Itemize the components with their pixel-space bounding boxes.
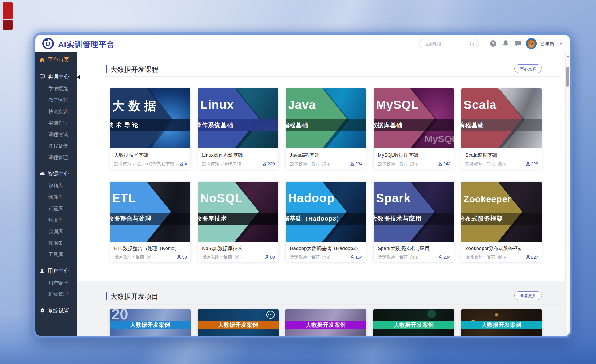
course-card[interactable]: Hadoop 据基础（Hadoop3） Hadoop大数据基础（Hadoop3）… [285, 181, 366, 263]
course-info: Hadoop大数据基础（Hadoop3） 授课教师：售前_演示 154 [286, 242, 366, 263]
thumbnail-subtitle: 数据整合与处理 [110, 213, 190, 225]
person-icon [438, 162, 442, 166]
course-card[interactable]: Linux Linux 操作系统基础 Linux操作系统基础 授课教师：管理员1… [198, 88, 279, 169]
course-teacher: 授课教师：管理员10 [202, 161, 241, 166]
sidebar-subitem[interactable]: 班级管理 [35, 289, 77, 300]
user-icon [39, 268, 45, 274]
desktop-wallpaper: D AI实训管理平台 ? 管理员 [0, 0, 596, 364]
section-accent-bar [106, 292, 107, 300]
project-card[interactable]: 大数据开发案例 [285, 309, 366, 336]
user-avatar[interactable] [526, 38, 537, 49]
course-title: Zookeeper分布式服务框架 [465, 245, 538, 252]
course-teacher: 授课教师：售前_演示 [378, 254, 419, 260]
sidebar-group-resource-center[interactable]: 资源中心 [35, 168, 77, 180]
sidebar-subitem[interactable]: 快速实训 [35, 106, 77, 117]
sidebar-subitem[interactable]: 环境库 [35, 215, 77, 226]
sidebar-subitem[interactable]: 实训库 [35, 226, 77, 237]
project-card[interactable]: ··· 大数据开发案例 [198, 309, 279, 336]
course-card[interactable]: Spark 大数据技术与应用 Spark大数据技术与应用 授课教师：售前_演示 … [373, 181, 454, 263]
sidebar-divider [35, 302, 77, 302]
scrollbar-thumb[interactable] [566, 67, 569, 87]
sidebar-subitem[interactable]: 实训作业 [35, 117, 77, 129]
course-card[interactable]: Java 编程基础 Java编程基础 授课教师：售前_演示 234 [285, 88, 366, 169]
sidebar-subitem[interactable]: 课件库 [35, 192, 77, 203]
person-icon [177, 255, 181, 259]
sidebar-group-children: 视频库课件库试题库环境库实训库数据集工具库 [35, 180, 77, 260]
section-title: 大数据开发项目 [110, 292, 158, 301]
thumbnail-big-title: MySQL [376, 98, 419, 112]
sidebar-subitem[interactable]: 工具库 [35, 249, 77, 260]
course-card[interactable]: ETL 数据整合与处理 ETL数据整合与处理（Kettle） 授课教师：售前_演… [110, 181, 191, 263]
course-student-count: 239 [263, 161, 275, 166]
home-icon [39, 57, 45, 63]
sidebar-subitem[interactable]: 数据集 [35, 237, 77, 249]
course-card[interactable]: Zookeeper 分布式服务框架 Zookeeper分布式服务框架 授课教师：… [461, 181, 542, 263]
person-icon [526, 255, 530, 259]
sidebar-subitem[interactable]: 学情概览 [35, 83, 77, 95]
course-card[interactable]: Scala 编程基础 Scala编程基础 授课教师：售前_演示 228 [461, 88, 542, 169]
sidebar-divider [35, 68, 77, 68]
thumbnail-subtitle: 数据库技术 [198, 213, 278, 225]
course-card[interactable]: 大 数 据 技 术 导 论 大数据技术基础 授课教师：北京市对外贸易学校教...… [110, 88, 191, 169]
person-icon [438, 255, 442, 259]
course-info: Spark大数据技术与应用 授课教师：售前_演示 294 [374, 242, 454, 263]
course-thumbnail: Spark 大数据技术与应用 [374, 182, 454, 242]
sidebar-subitem[interactable]: 课程管理 [35, 152, 77, 163]
thumbnail-arrow-shape [461, 182, 522, 242]
svg-text:D: D [46, 40, 50, 47]
notification-bell-icon[interactable] [502, 40, 510, 48]
course-thumbnail: ETL 数据整合与处理 [110, 182, 190, 242]
user-name[interactable]: 管理员 [540, 40, 554, 47]
thumbnail-arrow-shape [110, 182, 171, 242]
app-logo-icon: D [42, 38, 54, 50]
sidebar-group-system-settings[interactable]: 系统设置 [35, 304, 77, 317]
thumbnail-subtitle: 编程基础 [286, 119, 366, 131]
thumbnail-arrow-shape [198, 182, 259, 242]
search-icon[interactable] [469, 41, 475, 47]
search-input[interactable] [424, 40, 467, 47]
project-card[interactable]: 大数据开发案例 [373, 309, 454, 336]
sidebar-item-label: 平台首页 [48, 56, 69, 64]
course-student-count: 294 [438, 255, 450, 259]
sidebar-group-training-center[interactable]: 实训中心 [35, 70, 77, 83]
thumbnail-big-title: 大 数 据 [112, 98, 156, 114]
help-icon[interactable]: ? [489, 40, 497, 48]
course-card[interactable]: NoSQL 数据库技术 NoSQL数据库技术 授课教师：售前_演示 60 [198, 181, 279, 263]
course-title: Java编程基础 [290, 152, 362, 158]
sidebar-group-label: 实训中心 [48, 73, 69, 80]
course-card[interactable]: MySQL MySQL 数据库基础 MySQL数据库基础 授课教师：售前_演示 … [373, 88, 454, 169]
course-thumbnail: Java 编程基础 [286, 88, 366, 148]
sidebar-subitem[interactable]: 视频库 [35, 180, 77, 192]
project-banner-text: 大数据开发案例 [394, 322, 434, 328]
sidebar-item-home[interactable]: 平台首页 [35, 54, 77, 66]
view-more-courses-button[interactable]: 查看更多 [514, 64, 542, 73]
scrollbar-track[interactable] [565, 52, 570, 336]
sidebar-subitem[interactable]: 课程备份 [35, 140, 77, 152]
sidebar-divider [35, 165, 77, 165]
course-title: ETL数据整合与处理（Kettle） [114, 245, 187, 252]
course-student-count: 227 [526, 255, 538, 259]
sidebar-subitem[interactable]: 课程考试 [35, 129, 77, 140]
course-title: Hadoop大数据基础（Hadoop3） [290, 245, 362, 252]
sidebar-subitem[interactable]: 教学课程 [35, 95, 77, 106]
project-card[interactable]: 20 大数据开发案例 [110, 309, 191, 336]
thumbnail-watermark-text: MySQL [424, 133, 454, 145]
sidebar-subitem[interactable]: 试题库 [35, 203, 77, 215]
course-teacher: 授课教师：售前_演示 [378, 161, 419, 166]
project-card[interactable]: 大数据开发案例 [461, 309, 542, 336]
course-title: Linux操作系统基础 [202, 152, 275, 158]
section-accent-bar [106, 65, 107, 73]
message-chat-icon[interactable] [514, 40, 522, 48]
sidebar-group-label: 资源中心 [48, 170, 69, 178]
thumbnail-subtitle-band: 数据库技术 [198, 213, 278, 225]
gear-icon [39, 308, 45, 314]
caret-down-icon[interactable] [559, 43, 562, 45]
course-count-value: 4 [185, 161, 187, 166]
sidebar-subitem[interactable]: 用户管理 [35, 277, 77, 289]
sidebar-group-user-center[interactable]: 用户中心 [35, 265, 77, 277]
scrollbar-up-button[interactable] [566, 55, 569, 57]
sidebar-collapse-handle[interactable] [77, 75, 80, 80]
course-info: NoSQL数据库技术 授课教师：售前_演示 60 [198, 242, 278, 263]
view-more-projects-button[interactable]: 查看更多 [514, 291, 542, 300]
course-count-value: 294 [443, 255, 450, 259]
